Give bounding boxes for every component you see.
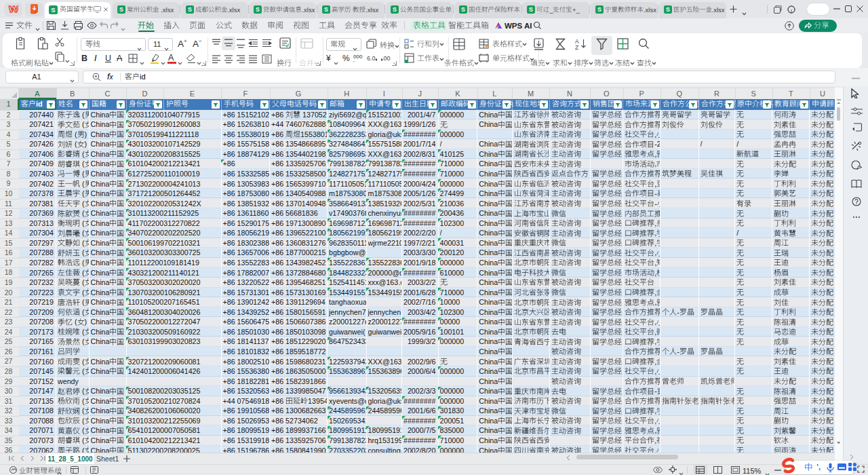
- svg-text:S: S: [393, 6, 397, 13]
- svg-text:S: S: [324, 6, 328, 13]
- svg-text:S: S: [597, 6, 601, 13]
- svg-text:S: S: [529, 6, 533, 13]
- svg-text:6.0: 6.0: [367, 55, 376, 62]
- svg-text:S: S: [51, 6, 55, 14]
- svg-text:S: S: [461, 6, 465, 13]
- svg-text:S: S: [256, 6, 260, 13]
- svg-text:.00: .00: [382, 55, 391, 62]
- svg-text:S: S: [666, 6, 670, 13]
- svg-text:Z: Z: [575, 44, 578, 50]
- svg-text:S: S: [119, 6, 123, 13]
- svg-text:S: S: [188, 6, 192, 13]
